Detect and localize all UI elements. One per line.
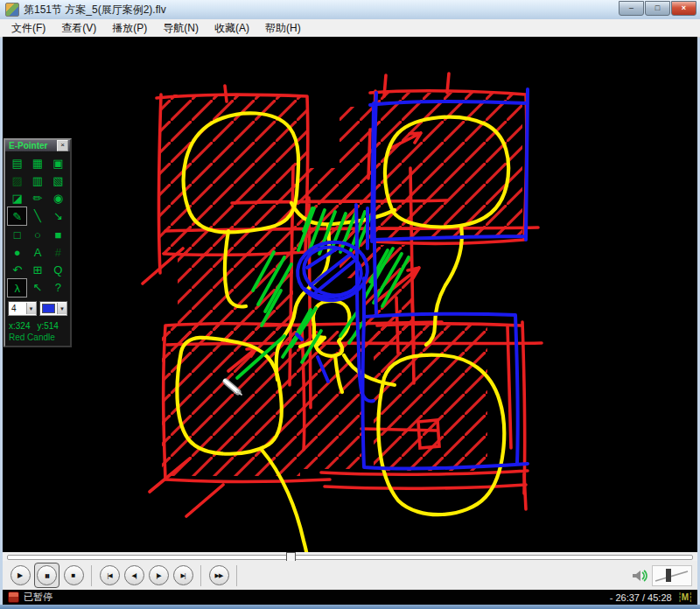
text-icon[interactable]: A xyxy=(27,243,47,261)
menu-navigate[interactable]: 导航(N) xyxy=(155,19,206,38)
filled-ellipse-icon[interactable]: ● xyxy=(7,243,27,261)
filled-rectangle-icon[interactable]: ■ xyxy=(48,226,68,243)
menu-help[interactable]: 帮助(H) xyxy=(257,19,309,38)
video-display xyxy=(3,37,697,552)
epointer-title: E-Pointer xyxy=(9,141,57,150)
menu-file[interactable]: 文件(F) xyxy=(4,19,53,38)
color-palette-icon[interactable]: ◉ xyxy=(48,189,68,206)
volume-thumb xyxy=(666,569,671,582)
epointer-titlebar[interactable]: E-Pointer × xyxy=(5,140,70,151)
help-icon[interactable]: ? xyxy=(48,278,68,296)
ellipse-icon[interactable]: ○ xyxy=(27,226,47,243)
status-bar: 已暂停 - 26:37 / 45:28 ┆M┆ xyxy=(3,590,697,605)
eraser-icon[interactable]: ◪ xyxy=(7,189,27,206)
seek-groove[interactable] xyxy=(7,555,693,560)
close-button[interactable]: × xyxy=(671,1,696,16)
speaker-icon[interactable] xyxy=(631,569,648,583)
arrow-icon[interactable]: ↘ xyxy=(48,206,68,224)
pen-width-select[interactable]: 4 ▼ xyxy=(8,301,37,316)
volume-slider[interactable] xyxy=(652,565,692,586)
chevron-down-icon[interactable]: ▼ xyxy=(26,303,36,314)
epointer-palette: E-Pointer × ▤ ▦ ▣ ▨ ▥ ▧ ◪ ✏ ◉ ✎ ╲ ↘ □ ○ … xyxy=(4,138,72,347)
capture-icon[interactable]: ▨ xyxy=(7,172,27,189)
seek-bar[interactable] xyxy=(3,552,697,561)
rectangle-icon[interactable]: □ xyxy=(7,226,27,243)
playback-state: 已暂停 xyxy=(24,591,52,604)
grid-icon[interactable]: ⊞ xyxy=(27,261,47,278)
play-button[interactable]: ▶ xyxy=(10,565,31,585)
record-status-icon xyxy=(8,592,19,603)
marker-icon: ┆M┆ xyxy=(677,592,692,602)
pointer-coordinates: x:324y:514 xyxy=(5,318,70,331)
undo-icon[interactable]: ↶ xyxy=(7,261,27,278)
laser-pointer-icon[interactable]: λ xyxy=(7,278,27,298)
app-icon xyxy=(5,3,19,17)
pause-button[interactable]: ▮▮ xyxy=(37,565,57,585)
zoom-icon[interactable]: Q xyxy=(48,261,68,278)
screen-icon[interactable]: ▣ xyxy=(48,154,68,172)
brush-icon[interactable]: ✏ xyxy=(27,189,47,206)
pencil-icon[interactable]: ✎ xyxy=(7,206,27,226)
maximize-button[interactable]: □ xyxy=(645,1,670,16)
pen-color-swatch xyxy=(42,304,56,313)
window-title: 第151节 方案_5(展厅案例2).flv xyxy=(24,3,166,18)
active-tool-label: Red Candle xyxy=(5,331,70,346)
window-bottom-border xyxy=(0,605,700,609)
pattern-icon[interactable]: # xyxy=(48,243,68,261)
epointer-close-icon[interactable]: × xyxy=(57,140,68,151)
stop-button[interactable]: ■ xyxy=(64,565,84,585)
separator xyxy=(200,565,201,586)
pen-width-value: 4 xyxy=(9,304,26,313)
sketch-frame xyxy=(3,37,697,552)
menu-view[interactable]: 查看(V) xyxy=(53,19,104,38)
save-icon[interactable]: ▦ xyxy=(27,154,47,172)
select-region-icon[interactable]: ▧ xyxy=(48,172,68,189)
open-icon[interactable]: ▤ xyxy=(7,154,27,172)
cursor-icon[interactable]: ↖ xyxy=(27,278,47,296)
title-bar[interactable]: 第151节 方案_5(展厅案例2).flv – □ × xyxy=(0,0,700,20)
separator xyxy=(91,565,92,586)
step-forward-button[interactable]: |▶ xyxy=(149,565,169,585)
skip-start-button[interactable]: |◀ xyxy=(100,565,120,585)
step-back-button[interactable]: ◀| xyxy=(124,565,144,585)
player-window: 第151节 方案_5(展厅案例2).flv – □ × 文件(F) 查看(V) … xyxy=(0,0,700,609)
menu-play[interactable]: 播放(P) xyxy=(104,19,155,38)
line-icon[interactable]: ╲ xyxy=(27,206,47,224)
menu-favorites[interactable]: 收藏(A) xyxy=(206,19,257,38)
control-bar: ▶ ▮▮ ■ |◀ ◀| |▶ ▶| ▶▶ xyxy=(3,561,697,590)
chevron-down-icon[interactable]: ▼ xyxy=(57,303,66,314)
pen-color-select[interactable]: ▼ xyxy=(39,301,68,316)
separator xyxy=(236,565,237,586)
copy-icon[interactable]: ▥ xyxy=(27,172,47,189)
skip-end-button[interactable]: ▶| xyxy=(173,565,193,585)
speed-button[interactable]: ▶▶ xyxy=(209,565,229,585)
menu-bar: 文件(F) 查看(V) 播放(P) 导航(N) 收藏(A) 帮助(H) xyxy=(0,19,700,38)
minimize-button[interactable]: – xyxy=(619,1,644,16)
time-display: - 26:37 / 45:28 xyxy=(610,592,672,603)
